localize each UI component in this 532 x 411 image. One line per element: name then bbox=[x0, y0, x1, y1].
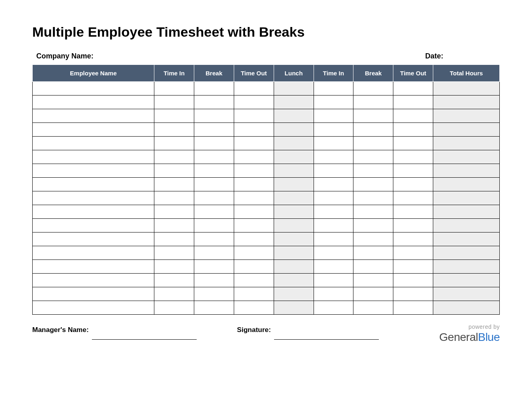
cell[interactable] bbox=[194, 164, 234, 178]
cell[interactable] bbox=[33, 260, 154, 274]
cell[interactable] bbox=[154, 232, 194, 246]
cell[interactable] bbox=[274, 150, 314, 164]
cell[interactable] bbox=[353, 137, 393, 150]
cell[interactable] bbox=[353, 95, 393, 109]
cell[interactable] bbox=[234, 164, 274, 178]
cell[interactable] bbox=[234, 123, 274, 137]
cell[interactable] bbox=[433, 164, 500, 178]
cell[interactable] bbox=[433, 95, 500, 109]
cell[interactable] bbox=[194, 109, 234, 123]
cell[interactable] bbox=[194, 123, 234, 137]
cell[interactable] bbox=[274, 137, 314, 150]
cell[interactable] bbox=[314, 150, 353, 164]
cell[interactable] bbox=[393, 246, 433, 260]
cell[interactable] bbox=[314, 260, 353, 274]
cell[interactable] bbox=[314, 301, 353, 315]
cell[interactable] bbox=[393, 219, 433, 232]
cell[interactable] bbox=[433, 191, 500, 205]
manager-signature-line[interactable] bbox=[92, 328, 197, 340]
cell[interactable] bbox=[234, 137, 274, 150]
cell[interactable] bbox=[393, 205, 433, 219]
cell[interactable] bbox=[154, 287, 194, 301]
cell[interactable] bbox=[314, 178, 353, 191]
cell[interactable] bbox=[353, 82, 393, 95]
cell[interactable] bbox=[433, 246, 500, 260]
cell[interactable] bbox=[154, 150, 194, 164]
cell[interactable] bbox=[274, 274, 314, 287]
cell[interactable] bbox=[194, 287, 234, 301]
cell[interactable] bbox=[274, 178, 314, 191]
cell[interactable] bbox=[433, 150, 500, 164]
cell[interactable] bbox=[314, 274, 353, 287]
cell[interactable] bbox=[234, 95, 274, 109]
cell[interactable] bbox=[433, 82, 500, 95]
cell[interactable] bbox=[433, 137, 500, 150]
cell[interactable] bbox=[314, 137, 353, 150]
cell[interactable] bbox=[194, 219, 234, 232]
cell[interactable] bbox=[33, 301, 154, 315]
cell[interactable] bbox=[274, 123, 314, 137]
cell[interactable] bbox=[393, 301, 433, 315]
cell[interactable] bbox=[393, 274, 433, 287]
cell[interactable] bbox=[234, 82, 274, 95]
cell[interactable] bbox=[274, 191, 314, 205]
cell[interactable] bbox=[234, 150, 274, 164]
cell[interactable] bbox=[33, 95, 154, 109]
cell[interactable] bbox=[393, 150, 433, 164]
cell[interactable] bbox=[314, 232, 353, 246]
cell[interactable] bbox=[314, 219, 353, 232]
cell[interactable] bbox=[353, 191, 393, 205]
cell[interactable] bbox=[393, 260, 433, 274]
cell[interactable] bbox=[154, 301, 194, 315]
cell[interactable] bbox=[234, 274, 274, 287]
cell[interactable] bbox=[393, 82, 433, 95]
cell[interactable] bbox=[314, 123, 353, 137]
cell[interactable] bbox=[234, 260, 274, 274]
cell[interactable] bbox=[274, 232, 314, 246]
cell[interactable] bbox=[274, 219, 314, 232]
cell[interactable] bbox=[33, 137, 154, 150]
cell[interactable] bbox=[314, 205, 353, 219]
cell[interactable] bbox=[33, 287, 154, 301]
cell[interactable] bbox=[274, 109, 314, 123]
cell[interactable] bbox=[393, 191, 433, 205]
cell[interactable] bbox=[154, 260, 194, 274]
cell[interactable] bbox=[433, 260, 500, 274]
cell[interactable] bbox=[154, 191, 194, 205]
cell[interactable] bbox=[314, 109, 353, 123]
cell[interactable] bbox=[154, 123, 194, 137]
cell[interactable] bbox=[433, 287, 500, 301]
cell[interactable] bbox=[33, 219, 154, 232]
cell[interactable] bbox=[234, 178, 274, 191]
cell[interactable] bbox=[353, 232, 393, 246]
cell[interactable] bbox=[194, 191, 234, 205]
cell[interactable] bbox=[353, 287, 393, 301]
signature-line[interactable] bbox=[274, 328, 379, 340]
cell[interactable] bbox=[433, 219, 500, 232]
cell[interactable] bbox=[314, 82, 353, 95]
cell[interactable] bbox=[433, 274, 500, 287]
cell[interactable] bbox=[274, 205, 314, 219]
cell[interactable] bbox=[33, 232, 154, 246]
cell[interactable] bbox=[433, 109, 500, 123]
cell[interactable] bbox=[274, 260, 314, 274]
cell[interactable] bbox=[314, 246, 353, 260]
cell[interactable] bbox=[33, 246, 154, 260]
cell[interactable] bbox=[274, 164, 314, 178]
cell[interactable] bbox=[194, 95, 234, 109]
cell[interactable] bbox=[393, 232, 433, 246]
cell[interactable] bbox=[194, 246, 234, 260]
cell[interactable] bbox=[353, 301, 393, 315]
cell[interactable] bbox=[353, 123, 393, 137]
cell[interactable] bbox=[154, 164, 194, 178]
cell[interactable] bbox=[194, 137, 234, 150]
cell[interactable] bbox=[353, 260, 393, 274]
cell[interactable] bbox=[33, 150, 154, 164]
cell[interactable] bbox=[33, 82, 154, 95]
cell[interactable] bbox=[274, 287, 314, 301]
cell[interactable] bbox=[234, 287, 274, 301]
cell[interactable] bbox=[194, 205, 234, 219]
cell[interactable] bbox=[314, 164, 353, 178]
cell[interactable] bbox=[194, 232, 234, 246]
cell[interactable] bbox=[393, 109, 433, 123]
